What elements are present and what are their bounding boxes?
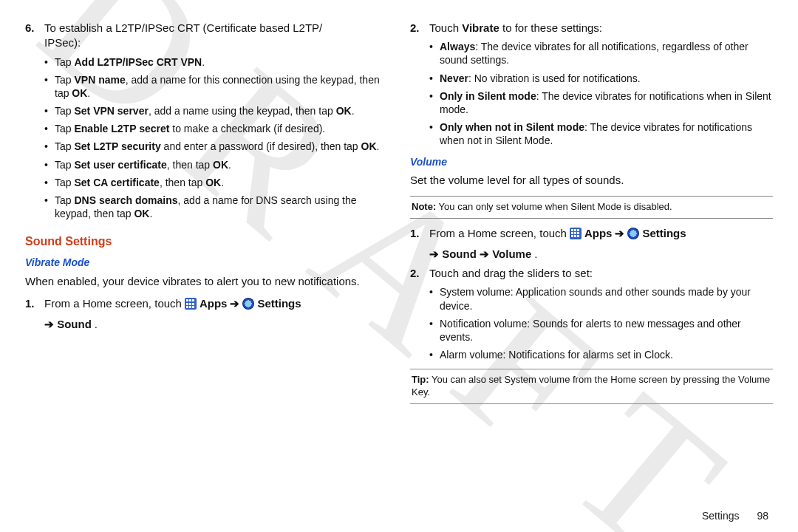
text-bold: VPN name (74, 74, 125, 86)
text-bold: Set L2TP security (74, 140, 160, 152)
text: From a Home screen, touch (429, 226, 567, 241)
list-item: Alarm volume: Notifications for alarms s… (429, 348, 773, 361)
text-bold: OK (213, 159, 228, 171)
right-column: 2. Touch Vibrate to for these settings: … (410, 21, 773, 412)
text: Tap (55, 177, 74, 188)
step-number: 1. (25, 296, 44, 332)
note-box: Note: You can only set volume when Silen… (410, 196, 773, 219)
text: From a Home screen, touch (44, 296, 182, 311)
settings-label: Settings (257, 296, 301, 311)
tip-box: Tip: You can also set System volume from… (410, 369, 773, 404)
text: . (221, 177, 224, 188)
volume-step-2: 2. Touch and drag the sliders to set: (410, 266, 773, 281)
intro-text: Set the volume level for all types of so… (410, 173, 773, 188)
arrow-icon: ➔ (230, 296, 239, 311)
apps-icon (185, 298, 197, 310)
step-body: Touch and drag the sliders to set: (429, 266, 773, 281)
text-bold: OK (205, 177, 221, 188)
vpn-bullets: Tap Add L2TP/IPSec CRT VPN. Tap VPN name… (44, 55, 388, 221)
text: Tap (55, 194, 74, 206)
subheading-volume: Volume (410, 155, 773, 169)
list-item: Tap Set user certificate, then tap OK. (44, 158, 388, 171)
list-item: System volume: Application sounds and ot… (429, 285, 773, 312)
text-bold: Set user certificate (74, 159, 166, 171)
text-bold: Add L2TP/IPSec CRT VPN (74, 56, 202, 68)
note-label: Note: (412, 201, 436, 212)
step-number: 6. (25, 21, 44, 51)
intro-text: When enabled, your device vibrates to al… (25, 274, 388, 289)
heading-sound-settings: Sound Settings (25, 233, 388, 250)
path-text: ➔ Sound (44, 317, 92, 332)
settings-icon (242, 298, 254, 310)
text-bold: Never (440, 72, 468, 84)
tip-text: You can also set System volume from the … (412, 374, 770, 398)
text: to for these settings: (499, 21, 602, 34)
list-item: Notification volume: Sounds for alerts t… (429, 317, 773, 344)
tip-label: Tip: (412, 374, 429, 385)
list-item: Tap DNS search domains, add a name for D… (44, 194, 388, 220)
text: : The device vibrates for all notificati… (440, 41, 748, 66)
text-bold: Enable L2TP secret (74, 123, 169, 134)
apps-icon (570, 228, 582, 239)
list-item: Tap VPN name, add a name for this connec… (44, 73, 388, 100)
apps-label: Apps (200, 296, 228, 311)
text: , add a name using the keypad, then tap (149, 105, 336, 117)
text-bold: OK (336, 105, 352, 117)
left-column: 6. To establish a L2TP/IPSec CRT (Certif… (25, 21, 388, 412)
arrow-icon: ➔ (615, 226, 624, 241)
text: Tap (55, 140, 74, 152)
footer-page-number: 98 (757, 510, 768, 522)
volume-step-1: 1. From a Home screen, touch Apps ➔ Sett… (410, 226, 773, 262)
text: , then tap (160, 177, 205, 188)
vibrate-options: Always: The device vibrates for all noti… (429, 40, 773, 147)
text: Tap (55, 105, 74, 117)
text-bold: Only when not in Silent mode (440, 121, 584, 133)
step-number: 1. (410, 226, 429, 262)
subheading-vibrate-mode: Vibrate Mode (25, 256, 388, 270)
list-item: Tap Set L2TP security and enter a passwo… (44, 140, 388, 153)
text-bold: Set VPN server (74, 105, 148, 117)
text: Tap (55, 123, 74, 134)
text: : No vibration is used for notifications… (468, 72, 641, 84)
step-1: 1. From a Home screen, touch Apps ➔ Sett… (25, 296, 388, 332)
note-text: You can only set volume when Silent Mode… (436, 201, 672, 212)
text: IPSec): (44, 36, 81, 49)
step-2: 2. Touch Vibrate to for these settings: (410, 21, 773, 35)
list-item: Tap Set VPN server, add a name using the… (44, 104, 388, 117)
step-number: 2. (410, 21, 429, 35)
settings-icon (627, 228, 639, 239)
text: . (202, 56, 205, 68)
step-6: 6. To establish a L2TP/IPSec CRT (Certif… (25, 21, 388, 51)
text: . (87, 87, 90, 99)
text-bold: DNS search domains (74, 194, 177, 206)
step-number: 2. (410, 266, 429, 281)
page-content: 6. To establish a L2TP/IPSec CRT (Certif… (0, 0, 798, 419)
step-body: Touch Vibrate to for these settings: (429, 21, 773, 35)
list-item: Always: The device vibrates for all noti… (429, 40, 773, 66)
list-item: Only when not in Silent mode: The device… (429, 120, 773, 147)
page-footer: Settings 98 (702, 510, 768, 522)
path-text: ➔ Sound ➔ Volume (429, 247, 531, 262)
text: . (228, 159, 231, 171)
step-body: To establish a L2TP/IPSec CRT (Certifica… (44, 21, 388, 51)
text-bold: Vibrate (462, 21, 499, 34)
apps-label: Apps (584, 226, 613, 241)
list-item: Never: No vibration is used for notifica… (429, 72, 773, 85)
text: and enter a password (if desired), then … (161, 140, 361, 152)
text: to make a checkmark (if desired). (169, 123, 325, 134)
text: . (534, 247, 537, 262)
list-item: Tap Add L2TP/IPSec CRT VPN. (44, 55, 388, 69)
text: , then tap (167, 159, 213, 171)
settings-label: Settings (642, 226, 686, 241)
footer-section: Settings (702, 510, 740, 522)
list-item: Tap Enable L2TP secret to make a checkma… (44, 122, 388, 135)
text: . (352, 105, 355, 117)
text: Tap (55, 74, 74, 86)
text-bold: OK (361, 140, 377, 152)
text-bold: Always (440, 41, 475, 52)
text-bold: Set CA certificate (74, 177, 159, 188)
text: To establish a L2TP/IPSec CRT (Certifica… (44, 21, 322, 34)
text: . (377, 140, 380, 152)
list-item: Only in Silent mode: The device vibrates… (429, 89, 773, 116)
text-bold: OK (134, 208, 149, 219)
